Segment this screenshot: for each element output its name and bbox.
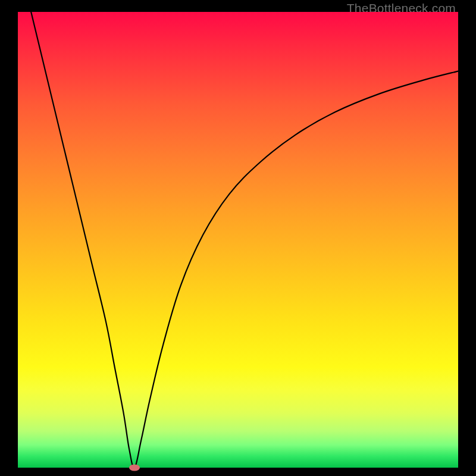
minimum-marker-icon <box>129 465 140 471</box>
plot-area <box>18 12 458 468</box>
chart-frame: TheBottleneck.com <box>0 0 476 476</box>
bottleneck-curve <box>18 12 458 468</box>
